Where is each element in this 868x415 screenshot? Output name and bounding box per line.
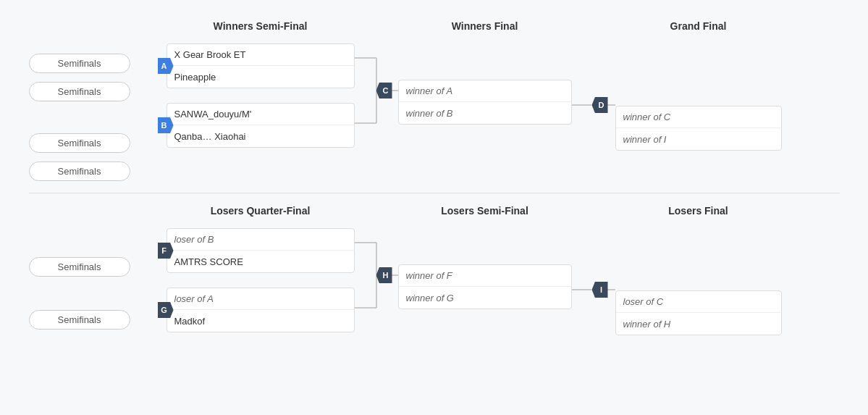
winners-final-title: Winners Final (452, 20, 518, 32)
grand-final-title: Grand Final (670, 20, 727, 32)
match-c-bottom: winner of B (399, 102, 571, 124)
seed-pill-6: Semifinals (29, 310, 130, 330)
node-a: A (158, 58, 174, 74)
match-d: winner of C winner of I (615, 106, 782, 151)
seed-pill-3: Semifinals (29, 133, 130, 153)
match-i-top: loser of C (616, 291, 781, 313)
match-d-bottom: winner of I (616, 128, 781, 150)
match-b: SANWA_douyu/M' Qanba… Xiaohai (167, 103, 355, 148)
node-b: B (158, 117, 174, 133)
node-c: C (376, 83, 392, 98)
match-a-bottom: Pineapple (167, 66, 354, 88)
node-d: D (592, 97, 608, 113)
node-f: F (158, 243, 174, 259)
match-a-top: X Gear Brook ET (167, 44, 354, 66)
match-i-bottom: winner of H (616, 313, 781, 335)
match-i: loser of C winner of H (615, 290, 782, 335)
match-f-bottom: AMTRS SCORE (167, 251, 354, 272)
match-g-top: loser of A (167, 288, 354, 310)
losers-quarterfinal-title: Losers Quarter-Final (211, 205, 311, 217)
match-h-top: winner of F (399, 265, 571, 287)
node-i: I (592, 282, 608, 298)
match-h: winner of F winner of G (398, 264, 572, 309)
seed-pill-2: Semifinals (29, 82, 130, 101)
losers-final-title: Losers Final (668, 205, 728, 217)
match-g-bottom: Madkof (167, 310, 354, 332)
node-g: G (158, 302, 174, 318)
match-c-top: winner of A (399, 80, 571, 102)
match-d-top: winner of C (616, 106, 781, 128)
match-a: X Gear Brook ET Pineapple (167, 43, 355, 88)
match-b-bottom: Qanba… Xiaohai (167, 125, 354, 147)
match-h-bottom: winner of G (399, 287, 571, 309)
seed-pill-1: Semifinals (29, 54, 130, 73)
match-g: loser of A Madkof (167, 288, 355, 332)
node-h: H (376, 267, 392, 283)
match-b-top: SANWA_douyu/M' (167, 104, 354, 125)
seed-pill-5: Semifinals (29, 257, 130, 277)
seed-pill-4: Semifinals (29, 162, 130, 181)
match-f: loser of B AMTRS SCORE (167, 228, 355, 273)
losers-semifinal-title: Losers Semi-Final (441, 205, 528, 217)
match-f-top: loser of B (167, 229, 354, 251)
winners-semifinal-title: Winners Semi-Final (214, 20, 308, 32)
match-c: winner of A winner of B (398, 80, 572, 125)
tournament-bracket: Winners Semi-Final Winners Final Grand F… (14, 0, 854, 347)
